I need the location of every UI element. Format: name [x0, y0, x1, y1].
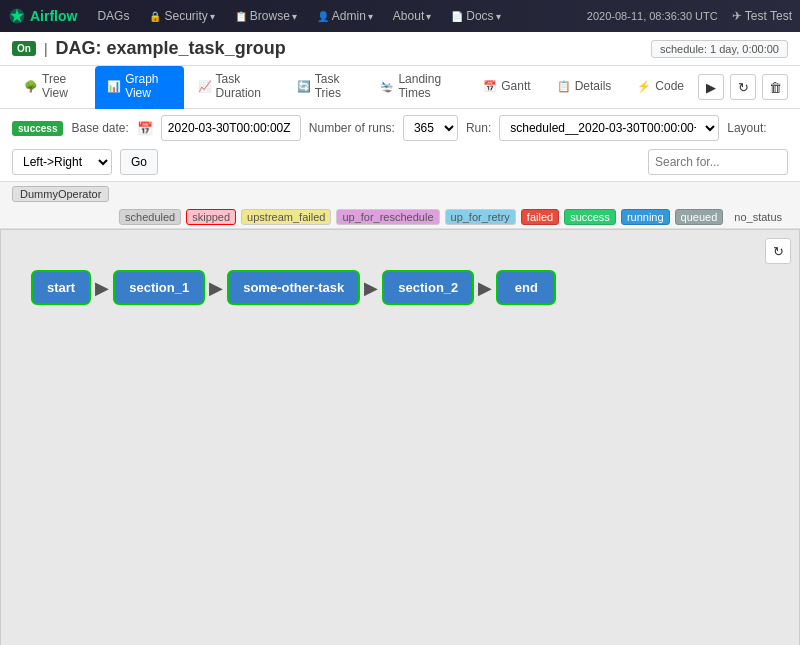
legend-scheduled: scheduled — [119, 209, 181, 225]
tab-details-label: Details — [575, 79, 612, 93]
top-navbar: Airflow DAGs 🔒 Security ▾ 📋 Browse ▾ 👤 A… — [0, 0, 800, 32]
duration-icon: 📈 — [198, 80, 212, 93]
nav-docs[interactable]: 📄 Docs ▾ — [443, 0, 508, 32]
dag-title: DAG: example_task_group — [56, 38, 286, 59]
dag-header: On | DAG: example_task_group schedule: 1… — [0, 32, 800, 66]
schedule-badge: schedule: 1 day, 0:00:00 — [651, 40, 788, 58]
controls-bar: success Base date: 📅 Number of runs: 365… — [0, 109, 800, 182]
node-some-other-task[interactable]: some-other-task — [227, 270, 360, 305]
nav-about[interactable]: About ▾ — [385, 0, 439, 32]
brand-label: Airflow — [30, 8, 77, 24]
datetime-display: 2020-08-11, 08:36:30 UTC — [587, 10, 718, 22]
status-badge: success — [12, 121, 63, 136]
status-legend: scheduled skipped upstream_failed up_for… — [0, 206, 800, 229]
tabs-bar: 🌳 Tree View 📊 Graph View 📈 Task Duration… — [0, 66, 800, 109]
tab-gantt-label: Gantt — [501, 79, 530, 93]
nav-browse[interactable]: 📋 Browse ▾ — [227, 0, 305, 32]
tab-task-duration[interactable]: 📈 Task Duration — [186, 66, 283, 109]
go-button[interactable]: Go — [120, 149, 158, 175]
play-button[interactable]: ▶ — [698, 74, 724, 100]
legend-success: success — [564, 209, 616, 225]
user-display: ✈ Test Test — [722, 9, 792, 23]
tab-gantt[interactable]: 📅 Gantt — [471, 73, 542, 102]
dag-toggle[interactable]: On — [12, 41, 36, 56]
code-icon: ⚡ — [637, 80, 651, 93]
dag-name: example_task_group — [107, 38, 286, 58]
run-select[interactable]: scheduled__2020-03-30T00:00:00+00:00 — [499, 115, 719, 141]
num-runs-label: Number of runs: — [309, 121, 395, 135]
graph-icon: 📊 — [107, 80, 121, 93]
tab-graph-view[interactable]: 📊 Graph View — [95, 66, 183, 109]
num-runs-select[interactable]: 365 100 25 — [403, 115, 458, 141]
nav-admin[interactable]: 👤 Admin ▾ — [309, 0, 381, 32]
layout-select[interactable]: Left->Right Top->Bottom — [12, 149, 112, 175]
brand-logo[interactable]: Airflow — [8, 7, 77, 25]
legend-failed: failed — [521, 209, 559, 225]
base-date-input[interactable] — [161, 115, 301, 141]
tab-task-tries[interactable]: 🔄 Task Tries — [285, 66, 367, 109]
legend-no-status: no_status — [728, 209, 788, 225]
tab-tree-label: Tree View — [42, 72, 81, 100]
base-date-label: Base date: — [71, 121, 128, 135]
graph-area: ↻ start ▶ section_1 ▶ some-other-task ▶ … — [0, 229, 800, 645]
arrow-1: ▶ — [95, 277, 109, 299]
gantt-icon: 📅 — [483, 80, 497, 93]
main-content: scheduled skipped upstream_failed up_for… — [0, 206, 800, 645]
arrow-2: ▶ — [209, 277, 223, 299]
search-input[interactable] — [648, 149, 788, 175]
tab-graph-label: Graph View — [125, 72, 171, 100]
node-section-2[interactable]: section_2 — [382, 270, 474, 305]
legend-up-for-retry: up_for_retry — [445, 209, 516, 225]
tab-landing-label: Landing Times — [398, 72, 457, 100]
dag-flow: start ▶ section_1 ▶ some-other-task ▶ se… — [1, 230, 799, 345]
operator-tag[interactable]: DummyOperator — [12, 186, 109, 202]
legend-skipped: skipped — [186, 209, 236, 225]
tab-tries-label: Task Tries — [315, 72, 355, 100]
calendar-icon[interactable]: 📅 — [137, 121, 153, 136]
tab-tree-view[interactable]: 🌳 Tree View — [12, 66, 93, 109]
tab-duration-label: Task Duration — [216, 72, 271, 100]
tab-code[interactable]: ⚡ Code — [625, 73, 696, 102]
refresh-button[interactable]: ↻ — [730, 74, 756, 100]
run-label: Run: — [466, 121, 491, 135]
landing-icon: 🛬 — [380, 80, 394, 93]
tab-details[interactable]: 📋 Details — [545, 73, 624, 102]
graph-refresh-button[interactable]: ↻ — [765, 238, 791, 264]
tab-code-label: Code — [655, 79, 684, 93]
delete-button[interactable]: 🗑 — [762, 74, 788, 100]
details-icon: 📋 — [557, 80, 571, 93]
dag-pipe: | — [44, 41, 48, 57]
arrow-4: ▶ — [478, 277, 492, 299]
node-end[interactable]: end — [496, 270, 556, 305]
legend-queued: queued — [675, 209, 724, 225]
node-section-1[interactable]: section_1 — [113, 270, 205, 305]
tries-icon: 🔄 — [297, 80, 311, 93]
legend-running: running — [621, 209, 670, 225]
nav-dags[interactable]: DAGs — [89, 0, 137, 32]
tab-landing-times[interactable]: 🛬 Landing Times — [368, 66, 469, 109]
legend-up-for-reschedule: up_for_reschedule — [336, 209, 439, 225]
legend-upstream-failed: upstream_failed — [241, 209, 331, 225]
nav-security[interactable]: 🔒 Security ▾ — [141, 0, 222, 32]
tree-icon: 🌳 — [24, 80, 38, 93]
layout-label: Layout: — [727, 121, 766, 135]
node-start[interactable]: start — [31, 270, 91, 305]
arrow-3: ▶ — [364, 277, 378, 299]
operator-tag-bar: DummyOperator — [0, 182, 800, 206]
